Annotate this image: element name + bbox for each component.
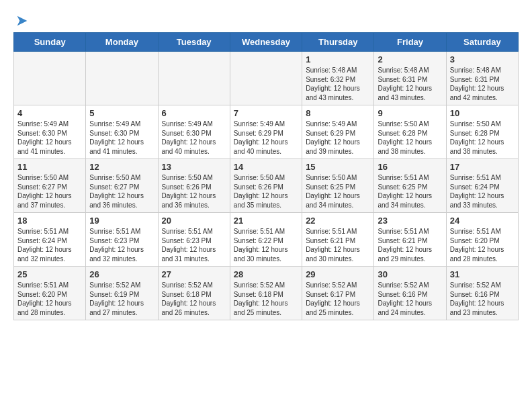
- week-row-5: 25Sunrise: 5:51 AM Sunset: 6:20 PM Dayli…: [14, 267, 519, 320]
- day-number: 15: [306, 162, 370, 172]
- calendar-cell: 23Sunrise: 5:51 AM Sunset: 6:21 PM Dayli…: [374, 213, 446, 267]
- day-number: 19: [89, 216, 154, 226]
- calendar-cell: 26Sunrise: 5:52 AM Sunset: 6:19 PM Dayli…: [86, 267, 158, 320]
- calendar-cell: 28Sunrise: 5:52 AM Sunset: 6:18 PM Dayli…: [230, 267, 302, 320]
- cell-info: Sunrise: 5:51 AM Sunset: 6:23 PM Dayligh…: [89, 227, 154, 263]
- day-number: 28: [234, 269, 298, 279]
- calendar-cell: 11Sunrise: 5:50 AM Sunset: 6:27 PM Dayli…: [14, 159, 86, 213]
- calendar-cell: 22Sunrise: 5:51 AM Sunset: 6:21 PM Dayli…: [302, 213, 374, 267]
- cell-info: Sunrise: 5:51 AM Sunset: 6:20 PM Dayligh…: [17, 281, 82, 317]
- logo-icon: [15, 13, 30, 28]
- day-number: 7: [234, 108, 298, 118]
- cell-info: Sunrise: 5:52 AM Sunset: 6:18 PM Dayligh…: [234, 281, 298, 317]
- cell-info: Sunrise: 5:49 AM Sunset: 6:29 PM Dayligh…: [234, 120, 298, 156]
- day-number: 16: [378, 162, 442, 172]
- calendar-cell: 24Sunrise: 5:51 AM Sunset: 6:20 PM Dayli…: [446, 213, 518, 267]
- calendar-cell: [230, 52, 302, 105]
- day-number: 4: [17, 108, 82, 118]
- calendar-cell: 10Sunrise: 5:50 AM Sunset: 6:28 PM Dayli…: [446, 105, 518, 159]
- calendar-cell: 5Sunrise: 5:49 AM Sunset: 6:30 PM Daylig…: [86, 105, 158, 159]
- cell-info: Sunrise: 5:52 AM Sunset: 6:16 PM Dayligh…: [450, 281, 515, 317]
- day-number: 21: [234, 216, 298, 226]
- calendar-cell: 21Sunrise: 5:51 AM Sunset: 6:22 PM Dayli…: [230, 213, 302, 267]
- day-number: 29: [306, 269, 370, 279]
- cell-info: Sunrise: 5:48 AM Sunset: 6:31 PM Dayligh…: [450, 66, 515, 102]
- cell-info: Sunrise: 5:50 AM Sunset: 6:28 PM Dayligh…: [378, 120, 442, 156]
- cell-info: Sunrise: 5:51 AM Sunset: 6:24 PM Dayligh…: [17, 227, 82, 263]
- cell-info: Sunrise: 5:52 AM Sunset: 6:18 PM Dayligh…: [162, 281, 226, 317]
- svg-marker-0: [17, 16, 28, 26]
- week-row-3: 11Sunrise: 5:50 AM Sunset: 6:27 PM Dayli…: [14, 159, 519, 213]
- cell-info: Sunrise: 5:49 AM Sunset: 6:30 PM Dayligh…: [89, 120, 154, 156]
- day-number: 27: [162, 269, 226, 279]
- calendar-cell: 18Sunrise: 5:51 AM Sunset: 6:24 PM Dayli…: [14, 213, 86, 267]
- day-header-sunday: Sunday: [14, 33, 86, 52]
- cell-info: Sunrise: 5:50 AM Sunset: 6:27 PM Dayligh…: [17, 173, 82, 210]
- cell-info: Sunrise: 5:49 AM Sunset: 6:30 PM Dayligh…: [162, 120, 226, 156]
- day-number: 3: [450, 54, 515, 64]
- cell-info: Sunrise: 5:48 AM Sunset: 6:31 PM Dayligh…: [378, 66, 442, 102]
- day-number: 20: [162, 216, 226, 226]
- calendar-cell: 19Sunrise: 5:51 AM Sunset: 6:23 PM Dayli…: [86, 213, 158, 267]
- calendar-cell: 7Sunrise: 5:49 AM Sunset: 6:29 PM Daylig…: [230, 105, 302, 159]
- calendar-cell: 29Sunrise: 5:52 AM Sunset: 6:17 PM Dayli…: [302, 267, 374, 320]
- calendar-cell: 4Sunrise: 5:49 AM Sunset: 6:30 PM Daylig…: [14, 105, 86, 159]
- day-number: 31: [450, 269, 515, 279]
- cell-info: Sunrise: 5:50 AM Sunset: 6:26 PM Dayligh…: [234, 173, 298, 210]
- cell-info: Sunrise: 5:50 AM Sunset: 6:28 PM Dayligh…: [450, 120, 515, 156]
- day-header-wednesday: Wednesday: [230, 33, 302, 52]
- day-number: 11: [17, 162, 82, 172]
- cell-info: Sunrise: 5:52 AM Sunset: 6:19 PM Dayligh…: [89, 281, 154, 317]
- day-number: 24: [450, 216, 515, 226]
- calendar-cell: 12Sunrise: 5:50 AM Sunset: 6:27 PM Dayli…: [86, 159, 158, 213]
- calendar-cell: 6Sunrise: 5:49 AM Sunset: 6:30 PM Daylig…: [158, 105, 230, 159]
- day-number: 1: [306, 54, 370, 64]
- cell-info: Sunrise: 5:49 AM Sunset: 6:29 PM Dayligh…: [306, 120, 370, 156]
- day-number: 5: [89, 108, 154, 118]
- calendar-table: SundayMondayTuesdayWednesdayThursdayFrid…: [13, 32, 519, 320]
- cell-info: Sunrise: 5:52 AM Sunset: 6:17 PM Dayligh…: [306, 281, 370, 317]
- calendar-cell: 31Sunrise: 5:52 AM Sunset: 6:16 PM Dayli…: [446, 267, 518, 320]
- cell-info: Sunrise: 5:51 AM Sunset: 6:24 PM Dayligh…: [450, 173, 515, 210]
- calendar-cell: 30Sunrise: 5:52 AM Sunset: 6:16 PM Dayli…: [374, 267, 446, 320]
- day-header-tuesday: Tuesday: [158, 33, 230, 52]
- day-number: 6: [162, 108, 226, 118]
- day-number: 30: [378, 269, 442, 279]
- cell-info: Sunrise: 5:51 AM Sunset: 6:25 PM Dayligh…: [378, 173, 442, 210]
- cell-info: Sunrise: 5:52 AM Sunset: 6:16 PM Dayligh…: [378, 281, 442, 317]
- calendar-cell: [86, 52, 158, 105]
- calendar-cell: 13Sunrise: 5:50 AM Sunset: 6:26 PM Dayli…: [158, 159, 230, 213]
- day-header-saturday: Saturday: [446, 33, 518, 52]
- calendar-cell: 15Sunrise: 5:50 AM Sunset: 6:25 PM Dayli…: [302, 159, 374, 213]
- calendar-cell: 8Sunrise: 5:49 AM Sunset: 6:29 PM Daylig…: [302, 105, 374, 159]
- day-header-thursday: Thursday: [302, 33, 374, 52]
- calendar-body: 1Sunrise: 5:48 AM Sunset: 6:32 PM Daylig…: [14, 52, 519, 320]
- cell-info: Sunrise: 5:51 AM Sunset: 6:23 PM Dayligh…: [162, 227, 226, 263]
- cell-info: Sunrise: 5:50 AM Sunset: 6:26 PM Dayligh…: [162, 173, 226, 210]
- calendar-cell: 16Sunrise: 5:51 AM Sunset: 6:25 PM Dayli…: [374, 159, 446, 213]
- calendar-cell: 9Sunrise: 5:50 AM Sunset: 6:28 PM Daylig…: [374, 105, 446, 159]
- calendar-cell: [158, 52, 230, 105]
- day-number: 12: [89, 162, 154, 172]
- calendar-cell: 20Sunrise: 5:51 AM Sunset: 6:23 PM Dayli…: [158, 213, 230, 267]
- cell-info: Sunrise: 5:48 AM Sunset: 6:32 PM Dayligh…: [306, 66, 370, 102]
- cell-info: Sunrise: 5:51 AM Sunset: 6:21 PM Dayligh…: [378, 227, 442, 263]
- page-header: [13, 13, 519, 26]
- cell-info: Sunrise: 5:51 AM Sunset: 6:20 PM Dayligh…: [450, 227, 515, 263]
- week-row-1: 1Sunrise: 5:48 AM Sunset: 6:32 PM Daylig…: [14, 52, 519, 105]
- cell-info: Sunrise: 5:51 AM Sunset: 6:21 PM Dayligh…: [306, 227, 370, 263]
- week-row-2: 4Sunrise: 5:49 AM Sunset: 6:30 PM Daylig…: [14, 105, 519, 159]
- week-row-4: 18Sunrise: 5:51 AM Sunset: 6:24 PM Dayli…: [14, 213, 519, 267]
- header-row: SundayMondayTuesdayWednesdayThursdayFrid…: [14, 33, 519, 52]
- day-number: 25: [17, 269, 82, 279]
- cell-info: Sunrise: 5:50 AM Sunset: 6:25 PM Dayligh…: [306, 173, 370, 210]
- day-number: 17: [450, 162, 515, 172]
- calendar-cell: 2Sunrise: 5:48 AM Sunset: 6:31 PM Daylig…: [374, 52, 446, 105]
- day-number: 10: [450, 108, 515, 118]
- calendar-cell: 1Sunrise: 5:48 AM Sunset: 6:32 PM Daylig…: [302, 52, 374, 105]
- calendar-cell: [14, 52, 86, 105]
- day-number: 8: [306, 108, 370, 118]
- cell-info: Sunrise: 5:49 AM Sunset: 6:30 PM Dayligh…: [17, 120, 82, 156]
- logo: [13, 13, 30, 26]
- day-number: 22: [306, 216, 370, 226]
